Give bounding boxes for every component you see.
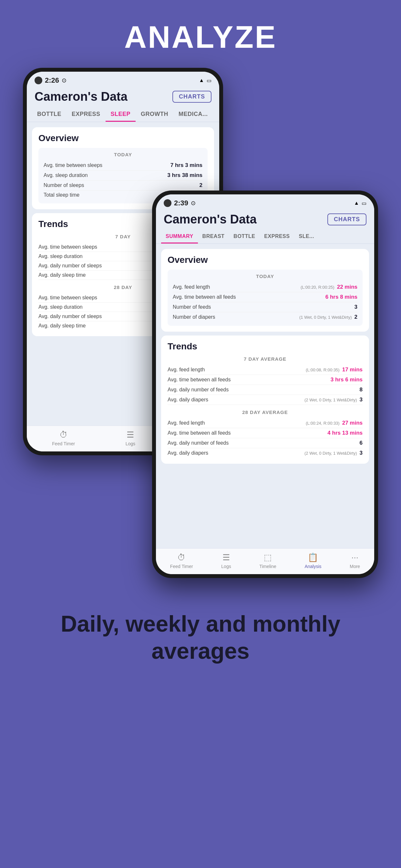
camera-back — [35, 76, 42, 84]
wifi-icon-back: ▲ — [199, 78, 204, 83]
feed-timer-icon-front: ⏱ — [177, 553, 186, 562]
tagline: Daily, weekly and monthly averages — [0, 597, 401, 690]
location-icon-back: ⊙ — [62, 77, 66, 84]
battery-icon-back: ▭ — [207, 78, 212, 84]
timeline-icon-front: ⬚ — [264, 553, 272, 562]
overview-grid-front: TODAY Avg. feed length (L:00:20, R:00:25… — [167, 270, 363, 326]
location-icon-front: ⊙ — [191, 199, 196, 207]
today-header-back: TODAY — [43, 152, 203, 157]
feed-timer-label-front: Feed Timer — [170, 564, 193, 569]
overview-card-front: Overview TODAY Avg. feed length (L:00:20… — [161, 249, 369, 332]
app-title-front: Cameron's Data — [164, 213, 257, 226]
nav-feed-timer-front[interactable]: ⏱ Feed Timer — [170, 553, 193, 569]
feed-timer-label-back: Feed Timer — [52, 441, 75, 446]
camera-front — [164, 199, 172, 207]
logs-label-back: Logs — [126, 441, 135, 446]
logs-icon-front: ☰ — [222, 553, 230, 562]
nav-analysis-front[interactable]: 📋 Analysis — [305, 553, 321, 569]
nav-more-front[interactable]: ··· More — [350, 553, 360, 569]
wifi-icon-front: ▲ — [354, 200, 359, 206]
phones-container: 2:26 ⊙ ▲ ▭ Cameron's Data CHARTS BOTTLE … — [23, 68, 378, 578]
tab-sle-front[interactable]: SLE... — [294, 230, 318, 244]
nav-logs-back[interactable]: ☰ Logs — [126, 430, 135, 446]
charts-button-back[interactable]: CHARTS — [173, 91, 212, 103]
tab-express-back[interactable]: EXPRESS — [66, 107, 105, 122]
charts-button-front[interactable]: CHARTS — [328, 213, 366, 225]
status-time-back: 2:26 — [45, 76, 59, 85]
screen-content-front: Overview TODAY Avg. feed length (L:00:20… — [156, 244, 374, 548]
phone-front-screen: 2:39 ⊙ ▲ ▭ Cameron's Data CHARTS SUMMARY… — [156, 194, 374, 574]
stat-row-front-1: Avg. time between all feeds 6 hrs 8 mins — [173, 292, 358, 302]
analysis-label-front: Analysis — [305, 564, 321, 569]
app-header-back: Cameron's Data CHARTS — [27, 87, 219, 107]
feed-timer-icon-back: ⏱ — [59, 430, 68, 440]
tab-sleep-back[interactable]: SLEEP — [105, 107, 136, 122]
trends-card-front: Trends 7 DAY AVERAGE Avg. feed length (L… — [161, 336, 369, 464]
tab-breast-front[interactable]: BREAST — [198, 230, 229, 244]
tab-bottle-back[interactable]: BOTTLE — [32, 107, 66, 122]
today-header-front: TODAY — [173, 274, 358, 279]
trends-f-28d-row-1: Avg. time between all feeds 4 hrs 13 min… — [167, 428, 363, 438]
status-bar-back: 2:26 ⊙ ▲ ▭ — [27, 72, 219, 87]
logs-label-front: Logs — [221, 564, 231, 569]
more-icon-front: ··· — [351, 553, 359, 562]
tab-medica-back[interactable]: MEDICA... — [174, 107, 213, 122]
app-title-back: Cameron's Data — [35, 90, 127, 104]
7day-header-front: 7 DAY AVERAGE — [167, 356, 363, 362]
overview-title-front: Overview — [167, 255, 363, 265]
tab-bar-back: BOTTLE EXPRESS SLEEP GROWTH MEDICA... — [27, 107, 219, 122]
stat-row-front-2: Number of feeds 3 — [173, 302, 358, 312]
nav-timeline-front[interactable]: ⬚ Timeline — [259, 553, 276, 569]
tab-growth-back[interactable]: GROWTH — [135, 107, 174, 122]
stat-row-back-2: Number of sleeps 2 — [43, 181, 203, 190]
nav-feed-timer-back[interactable]: ⏱ Feed Timer — [52, 430, 75, 446]
nav-logs-front[interactable]: ☰ Logs — [221, 553, 231, 569]
more-label-front: More — [350, 564, 360, 569]
timeline-label-front: Timeline — [259, 564, 276, 569]
stat-row-back-0: Avg. time between sleeps 7 hrs 3 mins — [43, 160, 203, 170]
trends-title-front: Trends — [167, 341, 363, 352]
stat-row-back-1: Avg. sleep duration 3 hrs 38 mins — [43, 170, 203, 181]
trends-f-7d-row-3: Avg. daily diapers (2 Wet, 0 Dirty, 1 We… — [167, 395, 363, 405]
28day-header-front: 28 DAY AVERAGE — [167, 409, 363, 415]
battery-icon-front: ▭ — [362, 200, 366, 206]
page-title: ANALYZE — [124, 20, 277, 55]
trends-f-28d-row-0: Avg. feed length (L:00:24, R:00:33) 27 m… — [167, 418, 363, 428]
analysis-icon-front: 📋 — [308, 553, 318, 562]
overview-title-back: Overview — [38, 133, 208, 144]
trends-f-28d-row-2: Avg. daily number of feeds 6 — [167, 438, 363, 448]
tab-summary-front[interactable]: SUMMARY — [161, 230, 198, 244]
trends-f-7d-row-2: Avg. daily number of feeds 8 — [167, 385, 363, 395]
tab-express-front[interactable]: EXPRESS — [259, 230, 294, 244]
bottom-nav-front: ⏱ Feed Timer ☰ Logs ⬚ Timeline 📋 Analysi… — [156, 548, 374, 574]
phone-front: 2:39 ⊙ ▲ ▭ Cameron's Data CHARTS SUMMARY… — [152, 190, 378, 578]
tab-bottle-front[interactable]: BOTTLE — [229, 230, 259, 244]
status-bar-front: 2:39 ⊙ ▲ ▭ — [156, 194, 374, 210]
status-time-front: 2:39 — [174, 199, 188, 207]
stat-row-front-3: Number of diapers (1 Wet, 0 Dirty, 1 Wet… — [173, 312, 358, 322]
app-header-front: Cameron's Data CHARTS — [156, 210, 374, 230]
tab-bar-front: SUMMARY BREAST BOTTLE EXPRESS SLE... — [156, 230, 374, 244]
trends-f-7d-row-0: Avg. feed length (L:00:08, R:00:35) 17 m… — [167, 365, 363, 375]
trends-f-28d-row-3: Avg. daily diapers (2 Wet, 0 Dirty, 1 We… — [167, 448, 363, 458]
stat-row-front-0: Avg. feed length (L:00:20, R:00:25) 22 m… — [173, 282, 358, 292]
logs-icon-back: ☰ — [127, 430, 134, 440]
trends-f-7d-row-1: Avg. time between all feeds 3 hrs 6 mins — [167, 375, 363, 385]
